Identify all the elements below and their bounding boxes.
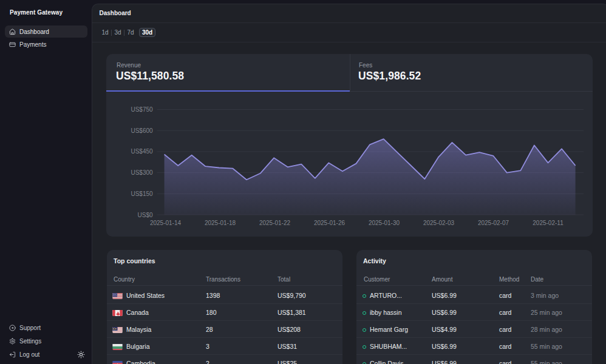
svg-text:2025-02-07: 2025-02-07 — [478, 220, 509, 226]
svg-text:2025-01-30: 2025-01-30 — [369, 220, 400, 226]
svg-text:US$600: US$600 — [131, 127, 153, 133]
svg-text:2025-01-26: 2025-01-26 — [314, 220, 346, 226]
svg-text:US$150: US$150 — [131, 190, 153, 197]
svg-text:US$450: US$450 — [131, 148, 153, 155]
svg-text:2025-02-03: 2025-02-03 — [423, 220, 455, 226]
svg-text:2025-01-14: 2025-01-14 — [150, 220, 182, 226]
svg-text:2025-01-18: 2025-01-18 — [205, 220, 236, 226]
svg-text:2025-01-22: 2025-01-22 — [259, 220, 291, 226]
svg-text:US$750: US$750 — [131, 106, 153, 113]
svg-text:2025-02-11: 2025-02-11 — [533, 220, 563, 226]
svg-text:US$0: US$0 — [138, 211, 153, 218]
svg-text:US$300: US$300 — [131, 169, 153, 176]
